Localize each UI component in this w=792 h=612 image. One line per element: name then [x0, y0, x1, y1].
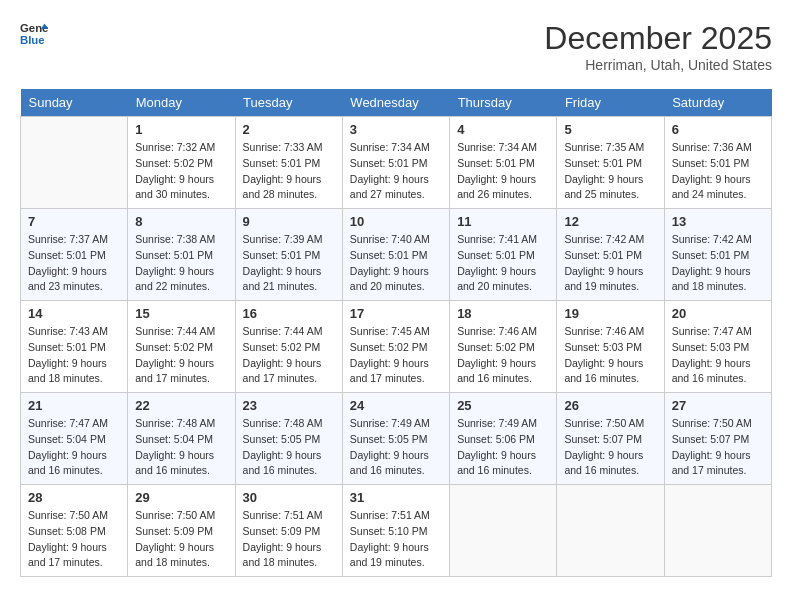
day-info: Sunrise: 7:47 AMSunset: 5:03 PMDaylight:… — [672, 324, 764, 387]
week-row-4: 21 Sunrise: 7:47 AMSunset: 5:04 PMDaylig… — [21, 393, 772, 485]
day-cell: 25 Sunrise: 7:49 AMSunset: 5:06 PMDaylig… — [450, 393, 557, 485]
day-cell — [450, 485, 557, 577]
day-info: Sunrise: 7:36 AMSunset: 5:01 PMDaylight:… — [672, 140, 764, 203]
day-cell: 20 Sunrise: 7:47 AMSunset: 5:03 PMDaylig… — [664, 301, 771, 393]
day-cell: 27 Sunrise: 7:50 AMSunset: 5:07 PMDaylig… — [664, 393, 771, 485]
svg-text:Blue: Blue — [20, 34, 45, 46]
day-info: Sunrise: 7:34 AMSunset: 5:01 PMDaylight:… — [350, 140, 442, 203]
day-number: 18 — [457, 306, 549, 321]
day-number: 6 — [672, 122, 764, 137]
calendar-table: SundayMondayTuesdayWednesdayThursdayFrid… — [20, 89, 772, 577]
col-header-friday: Friday — [557, 89, 664, 117]
day-cell: 3 Sunrise: 7:34 AMSunset: 5:01 PMDayligh… — [342, 117, 449, 209]
day-info: Sunrise: 7:34 AMSunset: 5:01 PMDaylight:… — [457, 140, 549, 203]
day-number: 10 — [350, 214, 442, 229]
day-cell: 9 Sunrise: 7:39 AMSunset: 5:01 PMDayligh… — [235, 209, 342, 301]
day-number: 23 — [243, 398, 335, 413]
day-info: Sunrise: 7:46 AMSunset: 5:02 PMDaylight:… — [457, 324, 549, 387]
day-cell: 10 Sunrise: 7:40 AMSunset: 5:01 PMDaylig… — [342, 209, 449, 301]
day-cell: 13 Sunrise: 7:42 AMSunset: 5:01 PMDaylig… — [664, 209, 771, 301]
day-number: 30 — [243, 490, 335, 505]
day-info: Sunrise: 7:51 AMSunset: 5:09 PMDaylight:… — [243, 508, 335, 571]
header-row: SundayMondayTuesdayWednesdayThursdayFrid… — [21, 89, 772, 117]
day-info: Sunrise: 7:50 AMSunset: 5:07 PMDaylight:… — [672, 416, 764, 479]
day-number: 11 — [457, 214, 549, 229]
month-title: December 2025 — [544, 20, 772, 57]
day-info: Sunrise: 7:49 AMSunset: 5:05 PMDaylight:… — [350, 416, 442, 479]
day-cell: 8 Sunrise: 7:38 AMSunset: 5:01 PMDayligh… — [128, 209, 235, 301]
week-row-2: 7 Sunrise: 7:37 AMSunset: 5:01 PMDayligh… — [21, 209, 772, 301]
day-number: 5 — [564, 122, 656, 137]
day-cell: 28 Sunrise: 7:50 AMSunset: 5:08 PMDaylig… — [21, 485, 128, 577]
day-number: 7 — [28, 214, 120, 229]
day-number: 8 — [135, 214, 227, 229]
day-cell: 19 Sunrise: 7:46 AMSunset: 5:03 PMDaylig… — [557, 301, 664, 393]
day-info: Sunrise: 7:45 AMSunset: 5:02 PMDaylight:… — [350, 324, 442, 387]
day-info: Sunrise: 7:35 AMSunset: 5:01 PMDaylight:… — [564, 140, 656, 203]
day-number: 22 — [135, 398, 227, 413]
page-header: General Blue December 2025 Herriman, Uta… — [20, 20, 772, 73]
day-number: 3 — [350, 122, 442, 137]
logo: General Blue — [20, 20, 48, 48]
day-cell: 30 Sunrise: 7:51 AMSunset: 5:09 PMDaylig… — [235, 485, 342, 577]
day-info: Sunrise: 7:50 AMSunset: 5:09 PMDaylight:… — [135, 508, 227, 571]
day-number: 9 — [243, 214, 335, 229]
day-number: 17 — [350, 306, 442, 321]
day-number: 19 — [564, 306, 656, 321]
day-number: 20 — [672, 306, 764, 321]
col-header-thursday: Thursday — [450, 89, 557, 117]
day-info: Sunrise: 7:50 AMSunset: 5:08 PMDaylight:… — [28, 508, 120, 571]
day-info: Sunrise: 7:49 AMSunset: 5:06 PMDaylight:… — [457, 416, 549, 479]
day-cell: 26 Sunrise: 7:50 AMSunset: 5:07 PMDaylig… — [557, 393, 664, 485]
location: Herriman, Utah, United States — [544, 57, 772, 73]
col-header-sunday: Sunday — [21, 89, 128, 117]
day-cell: 14 Sunrise: 7:43 AMSunset: 5:01 PMDaylig… — [21, 301, 128, 393]
day-number: 21 — [28, 398, 120, 413]
col-header-saturday: Saturday — [664, 89, 771, 117]
day-cell: 2 Sunrise: 7:33 AMSunset: 5:01 PMDayligh… — [235, 117, 342, 209]
week-row-3: 14 Sunrise: 7:43 AMSunset: 5:01 PMDaylig… — [21, 301, 772, 393]
day-cell: 21 Sunrise: 7:47 AMSunset: 5:04 PMDaylig… — [21, 393, 128, 485]
day-number: 27 — [672, 398, 764, 413]
day-info: Sunrise: 7:41 AMSunset: 5:01 PMDaylight:… — [457, 232, 549, 295]
day-number: 4 — [457, 122, 549, 137]
col-header-monday: Monday — [128, 89, 235, 117]
day-cell: 24 Sunrise: 7:49 AMSunset: 5:05 PMDaylig… — [342, 393, 449, 485]
day-number: 16 — [243, 306, 335, 321]
day-cell: 6 Sunrise: 7:36 AMSunset: 5:01 PMDayligh… — [664, 117, 771, 209]
day-cell: 23 Sunrise: 7:48 AMSunset: 5:05 PMDaylig… — [235, 393, 342, 485]
day-cell — [557, 485, 664, 577]
day-info: Sunrise: 7:42 AMSunset: 5:01 PMDaylight:… — [672, 232, 764, 295]
day-cell: 12 Sunrise: 7:42 AMSunset: 5:01 PMDaylig… — [557, 209, 664, 301]
day-info: Sunrise: 7:37 AMSunset: 5:01 PMDaylight:… — [28, 232, 120, 295]
day-info: Sunrise: 7:43 AMSunset: 5:01 PMDaylight:… — [28, 324, 120, 387]
day-info: Sunrise: 7:42 AMSunset: 5:01 PMDaylight:… — [564, 232, 656, 295]
day-number: 12 — [564, 214, 656, 229]
day-info: Sunrise: 7:47 AMSunset: 5:04 PMDaylight:… — [28, 416, 120, 479]
col-header-wednesday: Wednesday — [342, 89, 449, 117]
day-number: 25 — [457, 398, 549, 413]
day-cell: 11 Sunrise: 7:41 AMSunset: 5:01 PMDaylig… — [450, 209, 557, 301]
day-cell: 18 Sunrise: 7:46 AMSunset: 5:02 PMDaylig… — [450, 301, 557, 393]
day-info: Sunrise: 7:46 AMSunset: 5:03 PMDaylight:… — [564, 324, 656, 387]
day-number: 24 — [350, 398, 442, 413]
week-row-5: 28 Sunrise: 7:50 AMSunset: 5:08 PMDaylig… — [21, 485, 772, 577]
logo-icon: General Blue — [20, 20, 48, 48]
week-row-1: 1 Sunrise: 7:32 AMSunset: 5:02 PMDayligh… — [21, 117, 772, 209]
day-info: Sunrise: 7:51 AMSunset: 5:10 PMDaylight:… — [350, 508, 442, 571]
day-cell — [21, 117, 128, 209]
day-info: Sunrise: 7:44 AMSunset: 5:02 PMDaylight:… — [135, 324, 227, 387]
day-cell: 4 Sunrise: 7:34 AMSunset: 5:01 PMDayligh… — [450, 117, 557, 209]
day-info: Sunrise: 7:39 AMSunset: 5:01 PMDaylight:… — [243, 232, 335, 295]
day-number: 2 — [243, 122, 335, 137]
day-info: Sunrise: 7:44 AMSunset: 5:02 PMDaylight:… — [243, 324, 335, 387]
day-cell: 29 Sunrise: 7:50 AMSunset: 5:09 PMDaylig… — [128, 485, 235, 577]
day-number: 28 — [28, 490, 120, 505]
day-cell: 7 Sunrise: 7:37 AMSunset: 5:01 PMDayligh… — [21, 209, 128, 301]
col-header-tuesday: Tuesday — [235, 89, 342, 117]
day-number: 31 — [350, 490, 442, 505]
title-block: December 2025 Herriman, Utah, United Sta… — [544, 20, 772, 73]
day-cell: 22 Sunrise: 7:48 AMSunset: 5:04 PMDaylig… — [128, 393, 235, 485]
day-info: Sunrise: 7:48 AMSunset: 5:04 PMDaylight:… — [135, 416, 227, 479]
day-info: Sunrise: 7:50 AMSunset: 5:07 PMDaylight:… — [564, 416, 656, 479]
